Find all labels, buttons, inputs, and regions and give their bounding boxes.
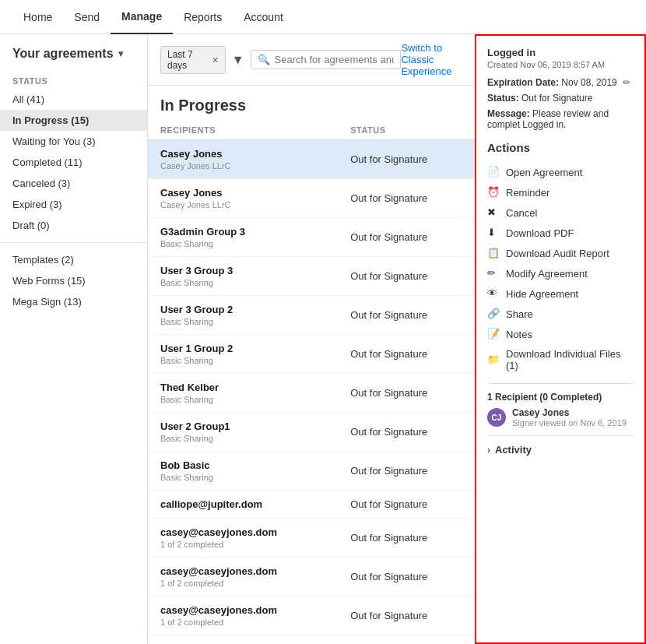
chevron-down-icon: ▾ xyxy=(118,48,123,59)
status-cell: Out for Signature xyxy=(338,335,475,374)
search-box[interactable]: 🔍 xyxy=(251,50,402,69)
sidebar-item-expired[interactable]: Expired (3) xyxy=(0,194,147,215)
recipient-sub-cell: Basic Sharing xyxy=(160,473,325,482)
nav-home[interactable]: Home xyxy=(12,0,63,34)
sidebar-item-draft[interactable]: Draft (0) xyxy=(0,215,147,236)
download-icon: ⬇ xyxy=(487,227,500,239)
edit-expiration-icon[interactable]: ✏ xyxy=(623,77,630,88)
table-row[interactable]: Thed Kelber Basic Sharing Out for Signat… xyxy=(148,374,475,413)
recipient-name-cell: Bob Basic xyxy=(160,459,325,471)
col-status: STATUS xyxy=(338,121,475,140)
top-nav: Home Send Manage Reports Account xyxy=(0,0,646,34)
table-row[interactable]: G3admin Group 3 Basic Sharing Out for Si… xyxy=(148,218,475,257)
recipient-name-cell: User 3 Group 3 xyxy=(160,265,325,276)
panel-message: Message: Please review and complet Logge… xyxy=(487,108,634,130)
status-cell: Out for Signature xyxy=(338,218,475,257)
document-icon: 📄 xyxy=(487,166,500,178)
recipient-name-cell: G3admin Group 3 xyxy=(160,226,325,238)
panel-created: Created Nov 06, 2019 8:57 AM xyxy=(487,60,634,69)
table-row[interactable]: casey@caseyjones.dom 1 of 2 completed Ou… xyxy=(148,596,475,635)
col-recipients: RECIPIENTS xyxy=(148,121,338,140)
action-item-hide[interactable]: 👁Hide Agreement xyxy=(487,283,634,304)
search-input[interactable] xyxy=(275,54,395,65)
sidebar-item-webforms[interactable]: Web Forms (15) xyxy=(0,270,147,291)
recipient-date: Signer viewed on Nov 6, 2019 xyxy=(512,418,627,428)
recipient-name-cell: User 2 Group1 xyxy=(160,421,325,432)
sidebar-item-templates[interactable]: Templates (2) xyxy=(0,249,147,270)
actions-section-title: Actions xyxy=(487,141,634,154)
sidebar-item-all[interactable]: All (41) xyxy=(0,89,147,110)
table-row[interactable]: casey@caseyjones.dom 1 of 2 completed Ou… xyxy=(148,519,475,558)
status-cell: Out for Signature xyxy=(338,179,475,218)
filter-tag[interactable]: Last 7 days × xyxy=(160,46,226,74)
filter-icon[interactable]: ▼ xyxy=(232,53,244,67)
audit-icon: 📋 xyxy=(487,247,500,259)
activity-row[interactable]: › Activity xyxy=(487,444,634,456)
avatar: CJ xyxy=(487,408,506,427)
table-row[interactable]: casey@caseyjones.dom 1 of 2 completed Ou… xyxy=(148,558,475,596)
switch-link[interactable]: Switch to Classic Experience xyxy=(401,42,462,77)
recipient-sub-cell: 1 of 2 completed xyxy=(160,540,325,549)
action-item-cancel[interactable]: ✖Cancel xyxy=(487,202,634,223)
recipient-sub-cell: 1 of 2 completed xyxy=(160,579,325,588)
table-row[interactable]: User 2 Group1 Basic Sharing Out for Sign… xyxy=(148,413,475,452)
table-row[interactable]: Bob Basic Basic Sharing Out for Signatur… xyxy=(148,452,475,491)
status-cell: Out for Signature xyxy=(338,257,475,296)
table-row[interactable]: Casey Jones Casey Jones LLrC Out for Sig… xyxy=(148,179,475,218)
recipient-sub-cell: 1 of 2 completed xyxy=(160,618,325,627)
action-item-audit[interactable]: 📋Download Audit Report xyxy=(487,243,634,263)
action-item-share[interactable]: 🔗Share xyxy=(487,304,634,324)
action-item-edit[interactable]: ✏Modify Agreement xyxy=(487,263,634,283)
recipient-sub-cell: Basic Sharing xyxy=(160,356,325,365)
table-row[interactable]: User 1 Group 2 Basic Sharing Out for Sig… xyxy=(148,335,475,374)
recipient-sub-cell: Basic Sharing xyxy=(160,434,325,443)
action-item-clock[interactable]: ⏰Reminder xyxy=(487,182,634,202)
toolbar: Last 7 days × ▼ 🔍 Switch to Classic Expe… xyxy=(148,34,475,86)
table-row[interactable]: Casey Jones Casey Jones LLrC Out for Sig… xyxy=(148,140,475,179)
status-cell: Out for Signature xyxy=(338,140,475,179)
recipient-sub-cell: Basic Sharing xyxy=(160,278,325,287)
notes-icon: 📝 xyxy=(487,328,500,340)
panel-status: Status: Out for Signature xyxy=(487,93,634,104)
table-row[interactable]: User 3 Group 3 Basic Sharing Out for Sig… xyxy=(148,257,475,296)
sidebar-item-completed[interactable]: Completed (11) xyxy=(0,152,147,173)
nav-reports[interactable]: Reports xyxy=(173,0,233,34)
recipient-count: 1 Recipient (0 Completed) xyxy=(487,392,634,403)
table-row[interactable]: User 3 Group 2 Basic Sharing Out for Sig… xyxy=(148,296,475,335)
agreements-table: RECIPIENTS STATUS Casey Jones Casey Jone… xyxy=(148,121,475,635)
hide-icon: 👁 xyxy=(487,287,500,300)
edit-icon: ✏ xyxy=(487,267,500,280)
recipient-sub-cell: Basic Sharing xyxy=(160,317,325,326)
recipient-sub-cell: Basic Sharing xyxy=(160,239,325,248)
panel-logged-in: Logged in xyxy=(487,47,634,58)
sidebar-section-label: STATUS xyxy=(0,70,147,89)
action-item-files[interactable]: 📁Download Individual Files (1) xyxy=(487,344,634,375)
recipient-sub-cell: Casey Jones LLrC xyxy=(160,200,325,209)
recipient-name-cell: Casey Jones xyxy=(160,187,325,199)
cancel-icon: ✖ xyxy=(487,206,500,219)
nav-manage[interactable]: Manage xyxy=(111,0,173,34)
panel-divider-2 xyxy=(487,435,634,436)
recipient-card: CJ Casey Jones Signer viewed on Nov 6, 2… xyxy=(487,407,634,428)
sidebar-item-inprogress[interactable]: In Progress (15) xyxy=(0,110,147,131)
sidebar-item-canceled[interactable]: Canceled (3) xyxy=(0,173,147,194)
table-row[interactable]: calliope@jupiter.dom Out for Signature xyxy=(148,491,475,519)
status-cell: Out for Signature xyxy=(338,374,475,413)
nav-send[interactable]: Send xyxy=(63,0,111,34)
recipient-info: Casey Jones Signer viewed on Nov 6, 2019 xyxy=(512,407,627,428)
status-cell: Out for Signature xyxy=(338,519,475,558)
panel-expiration: Expiration Date: Nov 08, 2019 ✏ xyxy=(487,77,634,88)
action-item-document[interactable]: 📄Open Agreement xyxy=(487,162,634,182)
nav-account[interactable]: Account xyxy=(233,0,294,34)
sidebar-item-waiting[interactable]: Waiting for You (3) xyxy=(0,131,147,152)
sidebar-title[interactable]: Your agreements ▾ xyxy=(0,47,147,70)
share-icon: 🔗 xyxy=(487,308,500,320)
sidebar: Your agreements ▾ STATUS All (41) In Pro… xyxy=(0,34,148,644)
filter-tag-close[interactable]: × xyxy=(212,54,219,66)
action-item-notes[interactable]: 📝Notes xyxy=(487,324,634,344)
recipient-name-cell: User 1 Group 2 xyxy=(160,343,325,354)
sidebar-item-megasign[interactable]: Mega Sign (13) xyxy=(0,291,147,312)
action-item-download[interactable]: ⬇Download PDF xyxy=(487,223,634,243)
search-icon: 🔍 xyxy=(258,54,270,65)
status-cell: Out for Signature xyxy=(338,596,475,635)
